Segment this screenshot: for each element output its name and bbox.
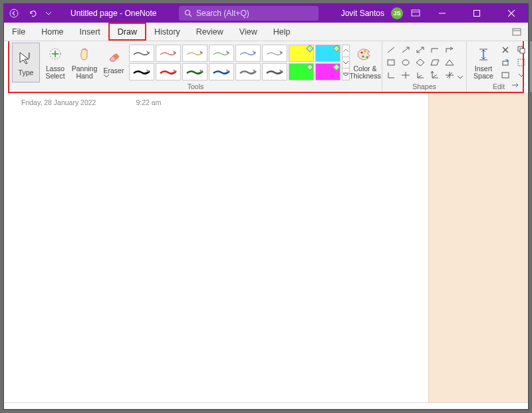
chevron-down-icon bbox=[104, 74, 109, 78]
page-time: 9:22 am bbox=[136, 98, 161, 106]
page-list-panel[interactable] bbox=[428, 93, 528, 402]
shape-ellipse[interactable] bbox=[400, 57, 412, 68]
snap-button[interactable] bbox=[501, 70, 510, 80]
tab-draw[interactable]: Draw bbox=[108, 23, 146, 41]
highlighter-green[interactable] bbox=[289, 63, 314, 80]
pen-black-thick[interactable] bbox=[129, 63, 154, 80]
document-title: Untitled page - OneNote bbox=[70, 9, 156, 18]
menubar: File Home Insert Draw History Review Vie… bbox=[4, 23, 528, 41]
lasso-icon bbox=[47, 45, 63, 64]
tab-history[interactable]: History bbox=[146, 23, 188, 41]
select-button[interactable] bbox=[517, 58, 526, 67]
tab-review[interactable]: Review bbox=[188, 23, 231, 41]
pin-ribbon-button[interactable] bbox=[511, 81, 520, 90]
shape-axis-2d-full[interactable] bbox=[400, 70, 412, 80]
pen-gray-thin[interactable] bbox=[262, 45, 287, 62]
insert-space-icon bbox=[477, 45, 490, 64]
svg-rect-9 bbox=[513, 29, 521, 35]
svg-point-25 bbox=[402, 60, 409, 65]
svg-point-19 bbox=[366, 57, 368, 59]
shape-line[interactable] bbox=[385, 45, 397, 55]
user-name[interactable]: Jovit Santos bbox=[341, 9, 384, 18]
svg-line-23 bbox=[418, 48, 423, 52]
delete-button[interactable] bbox=[501, 45, 510, 55]
page-body: Friday, 28 January 2022 9:22 am bbox=[4, 93, 528, 402]
status-bar bbox=[4, 402, 528, 409]
pen-gallery bbox=[129, 45, 340, 80]
svg-point-20 bbox=[364, 51, 366, 53]
svg-point-1 bbox=[186, 11, 190, 15]
shapes-more[interactable] bbox=[457, 46, 464, 79]
maximize-button[interactable] bbox=[463, 4, 491, 23]
pen-orange-thin[interactable] bbox=[182, 45, 207, 62]
highlighter-yellow[interactable] bbox=[289, 45, 314, 62]
pen-red-thin[interactable] bbox=[156, 45, 181, 62]
pen-blue-thin[interactable] bbox=[235, 45, 261, 62]
svg-rect-40 bbox=[502, 72, 509, 78]
tab-help[interactable]: Help bbox=[265, 23, 299, 41]
tab-file[interactable]: File bbox=[4, 23, 33, 41]
minimize-button[interactable] bbox=[428, 4, 456, 23]
shape-elbow-arrow[interactable] bbox=[444, 45, 456, 55]
insert-space-button[interactable]: Insert Space bbox=[469, 43, 497, 82]
tab-home[interactable]: Home bbox=[33, 23, 71, 41]
shape-triangle[interactable] bbox=[444, 57, 456, 68]
user-avatar[interactable]: JS bbox=[391, 7, 403, 19]
svg-point-18 bbox=[362, 56, 364, 58]
shape-axis-3d-full[interactable] bbox=[444, 70, 456, 80]
svg-rect-37 bbox=[520, 49, 525, 53]
note-canvas[interactable]: Friday, 28 January 2022 9:22 am bbox=[4, 93, 428, 402]
type-tool[interactable]: I Type bbox=[12, 43, 40, 82]
cursor-text-icon: I bbox=[18, 49, 34, 68]
shape-axis-3d[interactable] bbox=[414, 70, 426, 80]
tab-insert[interactable]: Insert bbox=[72, 23, 108, 41]
pen-darkblue-thick[interactable] bbox=[209, 63, 234, 80]
palette-icon bbox=[357, 45, 373, 64]
pen-green-thin[interactable] bbox=[209, 45, 234, 62]
shape-arrow[interactable] bbox=[400, 45, 412, 55]
shape-parallelogram[interactable] bbox=[429, 57, 441, 68]
group-label-shapes: Shapes bbox=[385, 82, 464, 91]
collapse-ribbon-button[interactable] bbox=[511, 26, 523, 38]
pen-gray-thick[interactable] bbox=[235, 63, 261, 80]
svg-line-22 bbox=[402, 48, 408, 53]
shape-diamond[interactable] bbox=[414, 57, 426, 68]
qat-customize-chevron[interactable] bbox=[45, 7, 52, 19]
ribbon-draw: I Type Lasso Select Panning Hand bbox=[8, 41, 524, 93]
shape-elbow[interactable] bbox=[429, 45, 441, 55]
onenote-window: Untitled page - OneNote Search (Alt+Q) J… bbox=[3, 3, 529, 410]
arrange-button[interactable] bbox=[517, 45, 526, 55]
shape-double-arrow[interactable] bbox=[414, 45, 426, 55]
group-label-tools: Tools bbox=[12, 82, 379, 91]
close-button[interactable] bbox=[497, 4, 525, 23]
eraser-tool[interactable]: Eraser bbox=[100, 43, 128, 82]
page-date: Friday, 28 January 2022 bbox=[21, 98, 96, 106]
highlighter-magenta[interactable] bbox=[315, 63, 340, 80]
svg-rect-3 bbox=[412, 10, 420, 16]
chevron-down-icon bbox=[458, 76, 463, 79]
back-button[interactable] bbox=[8, 7, 20, 19]
panning-hand-tool[interactable]: Panning Hand bbox=[70, 43, 98, 82]
edit-more-chevron[interactable] bbox=[519, 74, 524, 77]
eraser-icon bbox=[106, 47, 121, 66]
highlighter-cyan[interactable] bbox=[315, 45, 340, 62]
tab-view[interactable]: View bbox=[231, 23, 265, 41]
pen-red-thick[interactable] bbox=[156, 63, 181, 80]
color-thickness-button[interactable]: Color & Thickness bbox=[351, 43, 379, 82]
svg-line-21 bbox=[388, 47, 394, 53]
rotate-button[interactable] bbox=[501, 58, 510, 67]
edit-buttons bbox=[499, 45, 528, 80]
lasso-select-tool[interactable]: Lasso Select bbox=[41, 43, 69, 82]
shapes-gallery[interactable] bbox=[385, 45, 456, 80]
shape-rectangle[interactable] bbox=[385, 57, 397, 68]
svg-rect-6 bbox=[474, 11, 480, 17]
shape-axis-2d[interactable] bbox=[385, 70, 397, 80]
search-box[interactable]: Search (Alt+Q) bbox=[179, 6, 319, 21]
ribbon-display-options[interactable] bbox=[410, 7, 422, 19]
pen-gallery-more[interactable] bbox=[342, 45, 350, 80]
pen-darkgreen-thick[interactable] bbox=[182, 63, 207, 80]
shape-axis-3d-arrow[interactable] bbox=[429, 70, 441, 80]
undo-button[interactable] bbox=[27, 7, 39, 19]
pen-black-thin[interactable] bbox=[129, 45, 154, 62]
pen-darkgray-thick[interactable] bbox=[262, 63, 287, 80]
